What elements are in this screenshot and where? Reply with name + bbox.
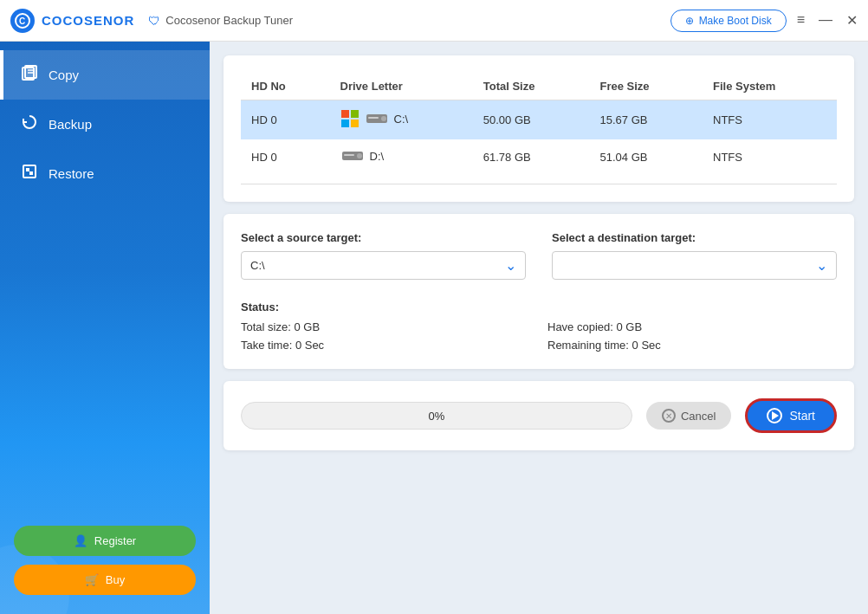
content-area: HD No Drive Letter Total Size Free Size …: [210, 42, 868, 614]
logo: C COCOSENOR: [10, 9, 134, 33]
svg-rect-26: [344, 154, 354, 156]
col-hd-no: HD No: [241, 73, 330, 100]
total-size-cell: 50.00 GB: [473, 100, 590, 140]
remaining-time-status: Remaining time: 0 Sec: [547, 339, 837, 352]
drive-table-panel: HD No Drive Letter Total Size Free Size …: [223, 55, 854, 202]
total-size-status: Total size: 0 GB: [241, 320, 530, 333]
nav-item-backup[interactable]: Backup: [0, 100, 210, 149]
app-title: 🛡 Cocosenor Backup Tuner: [148, 14, 293, 28]
svg-rect-3: [25, 66, 36, 78]
disk-icon: ⊕: [685, 15, 694, 27]
register-icon: 👤: [74, 534, 87, 547]
nav-item-copy[interactable]: Copy: [0, 50, 210, 100]
remaining-label: Remaining time:: [547, 339, 629, 352]
dest-section: Select a destination target: ⌄: [552, 231, 837, 280]
svg-rect-19: [341, 120, 349, 127]
copy-icon: [21, 64, 38, 86]
nav-backup-label: Backup: [49, 117, 92, 132]
take-time-value: 0 Sec: [295, 339, 324, 352]
table-row[interactable]: HD 0: [241, 100, 837, 140]
make-boot-disk-button[interactable]: ⊕ Make Boot Disk: [670, 10, 787, 32]
source-section: Select a source target: C:\ ⌄: [241, 231, 526, 280]
progress-row: 0% ✕ Cancel Start: [241, 398, 837, 433]
file-system-cell: NTFS: [703, 139, 837, 175]
titlebar-right: ⊕ Make Boot Disk ≡ — ✕: [670, 10, 858, 32]
total-size-label: Total size:: [241, 320, 291, 333]
status-label: Status:: [241, 301, 837, 313]
titlebar: C COCOSENOR 🛡 Cocosenor Backup Tuner ⊕ M…: [0, 0, 868, 42]
col-total-size: Total Size: [473, 73, 590, 100]
drive-letter-with-icon: D:\: [340, 148, 385, 164]
sd-grid: Select a source target: C:\ ⌄ Select a d…: [241, 231, 837, 352]
drive-letter-with-icon: C:\: [340, 109, 409, 128]
progress-panel: 0% ✕ Cancel Start: [223, 381, 854, 450]
remaining-value: 0 Sec: [632, 339, 661, 352]
shield-icon: 🛡: [148, 14, 160, 28]
status-grid: Total size: 0 GB Have copied: 0 GB Take …: [241, 320, 837, 352]
buy-button[interactable]: 🛒 Buy: [14, 565, 196, 595]
drive-c-label: C:\: [394, 113, 409, 126]
progress-bar-wrapper: 0%: [241, 402, 632, 430]
free-size-cell: 51.04 GB: [590, 139, 703, 175]
restore-icon: [21, 163, 38, 184]
play-triangle: [772, 411, 779, 420]
sidebar: Copy Backup Restore 👤: [0, 42, 210, 614]
dest-dropdown[interactable]: ⌄: [552, 251, 837, 280]
cancel-button[interactable]: ✕ Cancel: [646, 402, 731, 430]
svg-rect-20: [351, 120, 359, 127]
hd-no-cell: HD 0: [241, 139, 330, 175]
drive-letter-cell: D:\: [330, 139, 473, 175]
free-size-cell: 15.67 GB: [590, 100, 703, 140]
col-file-system: File System: [703, 73, 837, 100]
svg-rect-8: [29, 171, 33, 175]
minimize-icon[interactable]: —: [819, 12, 832, 29]
hdd-icon: [365, 111, 389, 126]
source-label: Select a source target:: [241, 231, 526, 244]
dest-chevron-down-icon: ⌄: [816, 257, 827, 274]
have-copied-value: 0 GB: [617, 320, 643, 333]
windows-icon: [340, 109, 360, 128]
col-drive-letter: Drive Letter: [330, 73, 473, 100]
file-system-cell: NTFS: [703, 100, 837, 140]
source-value: C:\: [250, 259, 265, 272]
source-dropdown[interactable]: C:\ ⌄: [241, 251, 526, 280]
have-copied-label: Have copied:: [547, 320, 613, 333]
sidebar-bottom: 👤 Register 🛒 Buy: [0, 515, 210, 605]
main-layout: Copy Backup Restore 👤: [0, 42, 868, 614]
drive-letter-cell: C:\: [330, 100, 473, 140]
nav-restore-label: Restore: [49, 166, 94, 181]
register-button[interactable]: 👤 Register: [14, 526, 196, 556]
svg-rect-7: [26, 168, 29, 171]
drive-d-label: D:\: [370, 150, 385, 163]
status-section: Status: Total size: 0 GB Have copied: 0 …: [241, 297, 837, 352]
svg-rect-23: [368, 117, 379, 119]
hd-no-cell: HD 0: [241, 100, 330, 140]
source-dest-panel: Select a source target: C:\ ⌄ Select a d…: [223, 214, 854, 369]
close-icon[interactable]: ✕: [846, 12, 858, 29]
dest-label: Select a destination target:: [552, 231, 837, 244]
svg-point-22: [381, 116, 386, 121]
play-icon: [767, 408, 782, 423]
start-button[interactable]: Start: [745, 398, 837, 433]
svg-rect-17: [341, 110, 349, 118]
cancel-icon: ✕: [662, 409, 676, 423]
total-size-value: 0 GB: [294, 320, 320, 333]
svg-point-25: [357, 153, 362, 158]
svg-rect-18: [351, 110, 359, 118]
table-divider: [241, 184, 837, 184]
nav-item-restore[interactable]: Restore: [0, 149, 210, 198]
progress-text: 0%: [252, 410, 621, 423]
take-time-status: Take time: 0 Sec: [241, 339, 530, 352]
logo-icon: C: [10, 9, 35, 33]
source-chevron-down-icon: ⌄: [505, 257, 516, 274]
total-size-cell: 61.78 GB: [473, 139, 590, 175]
cart-icon: 🛒: [85, 573, 99, 586]
have-copied-status: Have copied: 0 GB: [547, 320, 837, 333]
titlebar-left: C COCOSENOR 🛡 Cocosenor Backup Tuner: [10, 9, 293, 33]
titlebar-controls: ≡ — ✕: [797, 12, 858, 29]
col-free-size: Free Size: [590, 73, 703, 100]
nav-copy-label: Copy: [49, 68, 79, 82]
menu-icon[interactable]: ≡: [797, 12, 805, 29]
svg-text:C: C: [19, 16, 25, 26]
table-row[interactable]: HD 0 D:\ 61.78 GB: [241, 139, 837, 175]
